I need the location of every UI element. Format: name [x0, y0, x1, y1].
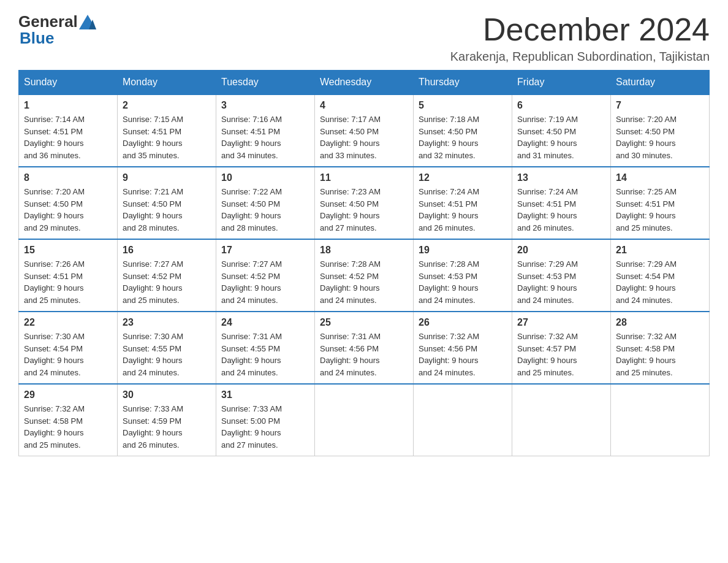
day-info: Sunrise: 7:28 AM Sunset: 4:53 PM Dayligh…: [419, 258, 507, 306]
day-number: 10: [221, 172, 309, 183]
day-info: Sunrise: 7:30 AM Sunset: 4:55 PM Dayligh…: [123, 331, 211, 378]
calendar-cell: 28 Sunrise: 7:32 AM Sunset: 4:58 PM Dayl…: [611, 312, 710, 384]
day-info: Sunrise: 7:23 AM Sunset: 4:50 PM Dayligh…: [320, 186, 408, 234]
day-info: Sunrise: 7:15 AM Sunset: 4:51 PM Dayligh…: [123, 113, 211, 161]
day-info: Sunrise: 7:21 AM Sunset: 4:50 PM Dayligh…: [123, 186, 211, 234]
logo-blue-text: Blue: [20, 29, 54, 47]
calendar-cell: 3 Sunrise: 7:16 AM Sunset: 4:51 PM Dayli…: [216, 94, 315, 167]
day-number: 17: [221, 245, 309, 256]
day-number: 30: [123, 389, 211, 400]
day-number: 29: [24, 389, 112, 400]
calendar-cell: 16 Sunrise: 7:27 AM Sunset: 4:52 PM Dayl…: [118, 239, 216, 312]
calendar-cell: 7 Sunrise: 7:20 AM Sunset: 4:50 PM Dayli…: [611, 94, 710, 167]
calendar-cell: 10 Sunrise: 7:22 AM Sunset: 4:50 PM Dayl…: [216, 167, 315, 239]
calendar-table: SundayMondayTuesdayWednesdayThursdayFrid…: [18, 70, 710, 456]
day-number: 16: [123, 245, 211, 256]
day-info: Sunrise: 7:26 AM Sunset: 4:51 PM Dayligh…: [24, 258, 112, 306]
day-info: Sunrise: 7:33 AM Sunset: 5:00 PM Dayligh…: [221, 403, 309, 451]
calendar-cell: 13 Sunrise: 7:24 AM Sunset: 4:51 PM Dayl…: [512, 167, 611, 239]
day-number: 31: [221, 389, 309, 400]
page-header: General Blue December 2024 Karakenja, Re…: [18, 12, 710, 64]
calendar-cell: [512, 384, 611, 456]
day-number: 24: [221, 317, 309, 328]
day-number: 14: [616, 172, 704, 183]
calendar-cell: 27 Sunrise: 7:32 AM Sunset: 4:57 PM Dayl…: [512, 312, 611, 384]
day-number: 1: [24, 100, 112, 111]
day-number: 3: [221, 100, 309, 111]
day-info: Sunrise: 7:31 AM Sunset: 4:56 PM Dayligh…: [320, 331, 408, 378]
calendar-cell: [611, 384, 710, 456]
day-info: Sunrise: 7:24 AM Sunset: 4:51 PM Dayligh…: [419, 186, 507, 234]
calendar-cell: 4 Sunrise: 7:17 AM Sunset: 4:50 PM Dayli…: [315, 94, 414, 167]
title-area: December 2024 Karakenja, Republican Subo…: [450, 12, 710, 64]
calendar-cell: 19 Sunrise: 7:28 AM Sunset: 4:53 PM Dayl…: [414, 239, 512, 312]
day-info: Sunrise: 7:32 AM Sunset: 4:58 PM Dayligh…: [616, 331, 704, 378]
calendar-cell: 1 Sunrise: 7:14 AM Sunset: 4:51 PM Dayli…: [19, 94, 118, 167]
calendar-cell: 30 Sunrise: 7:33 AM Sunset: 4:59 PM Dayl…: [118, 384, 216, 456]
day-info: Sunrise: 7:18 AM Sunset: 4:50 PM Dayligh…: [419, 113, 507, 161]
day-info: Sunrise: 7:17 AM Sunset: 4:50 PM Dayligh…: [320, 113, 408, 161]
day-number: 28: [616, 317, 704, 328]
day-number: 7: [616, 100, 704, 111]
day-number: 20: [517, 245, 605, 256]
day-number: 26: [419, 317, 507, 328]
day-info: Sunrise: 7:32 AM Sunset: 4:56 PM Dayligh…: [419, 331, 507, 378]
calendar-cell: 14 Sunrise: 7:25 AM Sunset: 4:51 PM Dayl…: [611, 167, 710, 239]
day-number: 9: [123, 172, 211, 183]
calendar-cell: [414, 384, 512, 456]
calendar-cell: 2 Sunrise: 7:15 AM Sunset: 4:51 PM Dayli…: [118, 94, 216, 167]
day-info: Sunrise: 7:14 AM Sunset: 4:51 PM Dayligh…: [24, 113, 112, 161]
day-number: 13: [517, 172, 605, 183]
day-info: Sunrise: 7:24 AM Sunset: 4:51 PM Dayligh…: [517, 186, 605, 234]
calendar-cell: 22 Sunrise: 7:30 AM Sunset: 4:54 PM Dayl…: [19, 312, 118, 384]
day-info: Sunrise: 7:16 AM Sunset: 4:51 PM Dayligh…: [221, 113, 309, 161]
day-number: 27: [517, 317, 605, 328]
weekday-header-sunday: Sunday: [19, 71, 118, 95]
calendar-cell: 11 Sunrise: 7:23 AM Sunset: 4:50 PM Dayl…: [315, 167, 414, 239]
day-info: Sunrise: 7:29 AM Sunset: 4:54 PM Dayligh…: [616, 258, 704, 306]
day-info: Sunrise: 7:31 AM Sunset: 4:55 PM Dayligh…: [221, 331, 309, 378]
day-number: 22: [24, 317, 112, 328]
day-info: Sunrise: 7:32 AM Sunset: 4:58 PM Dayligh…: [24, 403, 112, 451]
day-info: Sunrise: 7:28 AM Sunset: 4:52 PM Dayligh…: [320, 258, 408, 306]
weekday-header-thursday: Thursday: [414, 71, 512, 95]
calendar-week-5: 29 Sunrise: 7:32 AM Sunset: 4:58 PM Dayl…: [19, 384, 710, 456]
day-info: Sunrise: 7:29 AM Sunset: 4:53 PM Dayligh…: [517, 258, 605, 306]
logo: General Blue: [18, 12, 97, 48]
day-info: Sunrise: 7:32 AM Sunset: 4:57 PM Dayligh…: [517, 331, 605, 378]
calendar-cell: [315, 384, 414, 456]
calendar-cell: 6 Sunrise: 7:19 AM Sunset: 4:50 PM Dayli…: [512, 94, 611, 167]
calendar-week-4: 22 Sunrise: 7:30 AM Sunset: 4:54 PM Dayl…: [19, 312, 710, 384]
calendar-week-1: 1 Sunrise: 7:14 AM Sunset: 4:51 PM Dayli…: [19, 94, 710, 167]
location-subtitle: Karakenja, Republican Subordination, Taj…: [450, 50, 710, 64]
day-number: 25: [320, 317, 408, 328]
calendar-week-2: 8 Sunrise: 7:20 AM Sunset: 4:50 PM Dayli…: [19, 167, 710, 239]
day-info: Sunrise: 7:22 AM Sunset: 4:50 PM Dayligh…: [221, 186, 309, 234]
calendar-cell: 5 Sunrise: 7:18 AM Sunset: 4:50 PM Dayli…: [414, 94, 512, 167]
calendar-cell: 23 Sunrise: 7:30 AM Sunset: 4:55 PM Dayl…: [118, 312, 216, 384]
calendar-cell: 24 Sunrise: 7:31 AM Sunset: 4:55 PM Dayl…: [216, 312, 315, 384]
day-number: 5: [419, 100, 507, 111]
calendar-cell: 26 Sunrise: 7:32 AM Sunset: 4:56 PM Dayl…: [414, 312, 512, 384]
calendar-cell: 8 Sunrise: 7:20 AM Sunset: 4:50 PM Dayli…: [19, 167, 118, 239]
calendar-cell: 20 Sunrise: 7:29 AM Sunset: 4:53 PM Dayl…: [512, 239, 611, 312]
calendar-cell: 18 Sunrise: 7:28 AM Sunset: 4:52 PM Dayl…: [315, 239, 414, 312]
day-number: 15: [24, 245, 112, 256]
day-info: Sunrise: 7:20 AM Sunset: 4:50 PM Dayligh…: [616, 113, 704, 161]
day-info: Sunrise: 7:27 AM Sunset: 4:52 PM Dayligh…: [123, 258, 211, 306]
day-info: Sunrise: 7:20 AM Sunset: 4:50 PM Dayligh…: [24, 186, 112, 234]
calendar-cell: 17 Sunrise: 7:27 AM Sunset: 4:52 PM Dayl…: [216, 239, 315, 312]
calendar-cell: 21 Sunrise: 7:29 AM Sunset: 4:54 PM Dayl…: [611, 239, 710, 312]
weekday-header-tuesday: Tuesday: [216, 71, 315, 95]
day-number: 23: [123, 317, 211, 328]
day-number: 11: [320, 172, 408, 183]
day-info: Sunrise: 7:33 AM Sunset: 4:59 PM Dayligh…: [123, 403, 211, 451]
calendar-cell: 29 Sunrise: 7:32 AM Sunset: 4:58 PM Dayl…: [19, 384, 118, 456]
day-number: 6: [517, 100, 605, 111]
weekday-header-friday: Friday: [512, 71, 611, 95]
calendar-cell: 25 Sunrise: 7:31 AM Sunset: 4:56 PM Dayl…: [315, 312, 414, 384]
day-number: 2: [123, 100, 211, 111]
day-info: Sunrise: 7:19 AM Sunset: 4:50 PM Dayligh…: [517, 113, 605, 161]
month-title: December 2024: [450, 12, 710, 47]
calendar-week-3: 15 Sunrise: 7:26 AM Sunset: 4:51 PM Dayl…: [19, 239, 710, 312]
